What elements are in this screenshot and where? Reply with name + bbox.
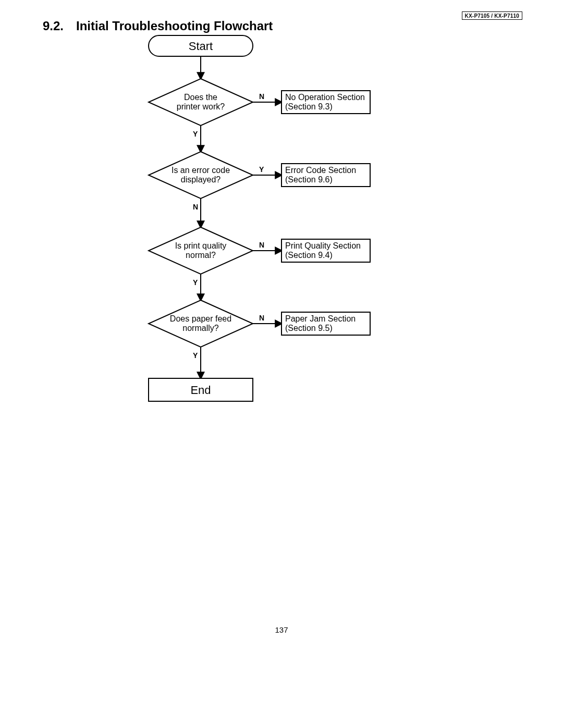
r4-line2: (Section 9.5) (285, 324, 333, 332)
d4-yes-label: Y (193, 351, 198, 360)
d4-line2: normally? (182, 324, 218, 332)
r3-line1: Print Quality Section (285, 241, 361, 250)
decision-paper-feed: Does paper feed normally? (149, 300, 253, 347)
d1-no-label: N (259, 92, 264, 101)
d2-line2: displayed? (181, 175, 221, 184)
result-paper-jam: Paper Jam Section (Section 9.5) (282, 312, 370, 335)
d1-yes-label: Y (193, 130, 198, 138)
result-print-quality: Print Quality Section (Section 9.4) (282, 239, 370, 262)
end-node: End (149, 378, 253, 401)
r3-line2: (Section 9.4) (285, 251, 333, 260)
section-heading: 9.2.Initial Troubleshooting Flowchart (43, 19, 273, 33)
d2-no-label: N (193, 203, 198, 211)
d3-yes-label: Y (193, 278, 198, 287)
result-error-code: Error Code Section (Section 9.6) (282, 164, 370, 187)
end-label: End (190, 384, 211, 397)
d2-line1: Is an error code (172, 166, 230, 175)
start-node: Start (149, 35, 253, 56)
r2-line1: Error Code Section (285, 166, 356, 175)
result-no-operation: No Operation Section (Section 9.3) (282, 91, 370, 114)
section-number: 9.2. (43, 19, 64, 33)
r4-line1: Paper Jam Section (285, 314, 356, 323)
model-badge: KX-P7105 / KX-P7110 (462, 11, 522, 20)
d3-line1: Is print quality (175, 241, 227, 250)
start-label: Start (189, 40, 213, 53)
d3-line2: normal? (186, 251, 216, 260)
flowchart: Start Does the printer work? N No Operat… (138, 34, 399, 410)
d2-yes-label: Y (259, 165, 264, 174)
d4-no-label: N (259, 314, 264, 322)
d3-no-label: N (259, 241, 264, 249)
r2-line2: (Section 9.6) (285, 175, 333, 184)
d4-line1: Does paper feed (170, 314, 231, 323)
d1-line1: Does the (184, 93, 217, 102)
decision-print-quality: Is print quality normal? (149, 227, 253, 274)
r1-line2: (Section 9.3) (285, 102, 333, 111)
decision-printer-work: Does the printer work? (149, 79, 253, 126)
d1-line2: printer work? (177, 102, 225, 111)
r1-line1: No Operation Section (285, 93, 365, 102)
page-number: 137 (0, 625, 563, 634)
section-title: Initial Troubleshooting Flowchart (76, 19, 273, 33)
decision-error-code: Is an error code displayed? (149, 152, 253, 199)
